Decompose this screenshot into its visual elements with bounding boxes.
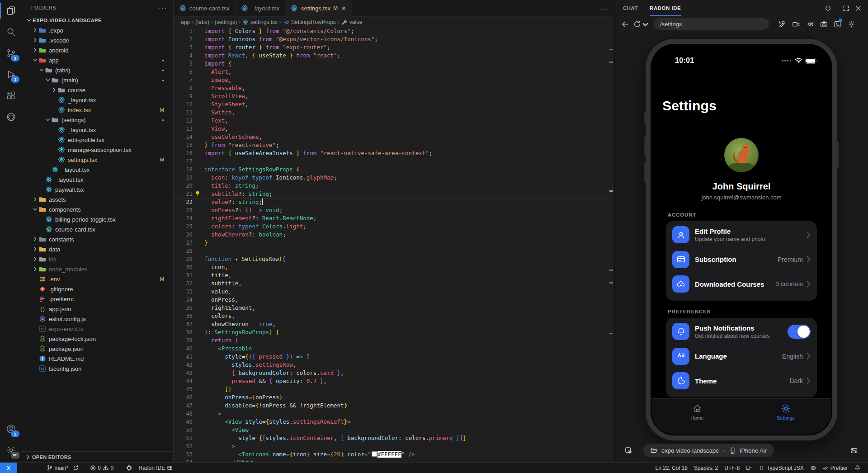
tree-item-package-lock-json[interactable]: JSpackage-lock.json — [22, 334, 173, 344]
tree-item--prettierrc[interactable]: .prettierrc — [22, 294, 173, 304]
toggle-on[interactable] — [788, 325, 811, 339]
tree-item-readme-md[interactable]: iREADME.md — [22, 354, 173, 364]
tree-item-settings-tsx[interactable]: settings.tsxM — [22, 155, 173, 165]
device-settings-icon[interactable] — [850, 447, 858, 454]
tree-item-paywall-tsx[interactable]: paywall.tsx — [22, 184, 173, 194]
source-control-activity-button[interactable]: 3 — [0, 43, 22, 64]
problems-status[interactable]: 0 0 — [87, 463, 117, 473]
settings-row-language[interactable]: LanguageEnglish — [666, 344, 817, 369]
replay-button[interactable] — [805, 19, 815, 29]
inspect-icon[interactable] — [625, 447, 632, 454]
tab-settings-tsx[interactable]: settings.tsxM✕ — [285, 0, 352, 17]
tree-item-node-modules[interactable]: node_modules — [22, 264, 173, 274]
run-debug-activity-button[interactable]: 1 — [0, 64, 22, 85]
cursor-position[interactable]: Ln 22, Col 18 — [652, 465, 691, 471]
tab-course-card-tsx[interactable]: course-card.tsx — [174, 0, 236, 16]
tree-item-app[interactable]: app● — [22, 55, 173, 65]
phone-tab-settings[interactable]: Settings — [768, 399, 803, 435]
tree-item--layout-tsx[interactable]: _layout.tsx — [22, 165, 173, 175]
tree-item-components[interactable]: components — [22, 204, 173, 214]
settings-row-subscription[interactable]: SubscriptionPremium — [666, 247, 817, 272]
encoding-status[interactable]: UTF-8 — [721, 465, 743, 471]
phone-tab-home[interactable]: Home — [679, 399, 715, 435]
tree-item-index-tsx[interactable]: index.tsxM — [22, 105, 173, 115]
tree-item--layout-tsx[interactable]: _layout.tsx — [22, 175, 173, 184]
tree-item--vscode[interactable]: .vscode — [22, 35, 173, 45]
notifications-status[interactable] — [851, 465, 864, 471]
search-activity-button[interactable] — [0, 21, 22, 43]
breadcrumb-item--settings-[interactable]: (settings) — [215, 19, 237, 25]
settings-row-edit-profile[interactable]: Edit ProfileUpdate your name and photo — [666, 222, 817, 247]
close-icon[interactable] — [855, 5, 862, 12]
tree-item-manage-subscription-tsx[interactable]: manage-subscription.tsx — [22, 145, 173, 155]
github-activity-button[interactable] — [0, 106, 22, 128]
editor-scrollbar[interactable] — [608, 16, 614, 463]
tree-item--tabs-[interactable]: (tabs)● — [22, 65, 173, 75]
git-branch-status[interactable]: main* — [43, 463, 82, 473]
route-input[interactable]: /settings — [654, 18, 769, 30]
tree-item-assets[interactable]: assets — [22, 194, 173, 204]
tab-chat[interactable]: CHAT — [623, 0, 638, 16]
reload-button[interactable] — [633, 20, 649, 28]
breadcrumb-item-settings-tsx[interactable]: settings.tsx — [242, 19, 278, 25]
tree-item--expo[interactable]: .expo — [22, 25, 173, 35]
settings-row-theme[interactable]: ThemeDark — [666, 369, 817, 393]
phone-screen[interactable]: 10:01 Settings — [651, 45, 831, 435]
dev-tools-button[interactable] — [777, 19, 787, 29]
tree-item-edit-profile-tsx[interactable]: edit-profile.tsx — [22, 135, 173, 145]
tree-item--main-[interactable]: (main)● — [22, 75, 173, 85]
tree-item-constants[interactable]: constants — [22, 234, 173, 244]
open-editors-section[interactable]: OPEN EDITORS — [22, 451, 173, 463]
tree-item--layout-tsx[interactable]: _layout.tsx — [22, 95, 173, 105]
breadcrumb-item-value[interactable]: value — [341, 19, 363, 25]
tree-item-app-json[interactable]: {}app.json — [22, 304, 173, 314]
eol-status[interactable]: LF — [743, 465, 755, 471]
tree-item--layout-tsx[interactable]: _layout.tsx — [22, 125, 173, 135]
panel-settings-button[interactable] — [847, 19, 856, 29]
tab--layout-tsx[interactable]: _layout.tsx — [236, 0, 285, 16]
tab-radon-ide[interactable]: RADON IDE — [650, 0, 681, 16]
formatter-status[interactable]: Prettier — [819, 465, 851, 471]
expand-icon[interactable] — [843, 5, 849, 12]
device-selector[interactable]: expo-video-landscape › iPhone Air — [643, 444, 774, 457]
close-tab-icon[interactable]: ✕ — [341, 5, 346, 12]
tree-item--env[interactable]: .envM — [22, 274, 173, 284]
remote-indicator[interactable] — [0, 463, 17, 473]
radon-ide-status[interactable]: Radon IDE — [136, 463, 176, 473]
language-status[interactable]: {}TypeScript JSX — [755, 465, 807, 471]
breadcrumb-item-app[interactable]: app — [181, 19, 190, 25]
settings-row-downloaded-courses[interactable]: Downloaded Courses3 courses — [666, 272, 817, 297]
screenshot-button[interactable] — [819, 19, 829, 29]
accounts-button[interactable]: 1 — [0, 418, 22, 440]
explorer-activity-button[interactable] — [0, 0, 22, 21]
copilot-status[interactable] — [807, 465, 820, 471]
avatar[interactable] — [724, 138, 759, 172]
tree-item-ios[interactable]: ios — [22, 254, 173, 264]
tree-item-eslint-config-js[interactable]: eslint.config.js — [22, 314, 173, 324]
tree-item-expo-video-landscape[interactable]: EXPO-VIDEO-LANDSCAPE — [22, 15, 173, 25]
editor-more-actions-icon[interactable]: ··· — [600, 5, 608, 12]
tree-item-tsconfig-json[interactable]: TStsconfig.json — [22, 364, 173, 374]
code-editor[interactable]: 1import { Colors } from "@/constants/Col… — [174, 27, 608, 463]
tree-item--settings-[interactable]: (settings)● — [22, 115, 173, 125]
radon-device-status[interactable] — [123, 463, 136, 473]
tree-item-android[interactable]: android — [22, 45, 173, 55]
breadcrumb-item--tabs-[interactable]: (tabs) — [195, 19, 209, 25]
extensions-activity-button[interactable] — [0, 85, 22, 106]
screen-recording-button[interactable] — [791, 19, 801, 29]
tree-item-course[interactable]: course — [22, 85, 173, 95]
debug-tools-button[interactable] — [833, 19, 842, 29]
tree-item-package-json[interactable]: JSpackage.json — [22, 344, 173, 354]
tree-item-billing-period-toggle-tsx[interactable]: billing-period-toggle.tsx — [22, 214, 173, 224]
breadcrumb-item-settingsrowprops[interactable]: SettingsRowProps — [283, 19, 336, 25]
back-icon[interactable] — [621, 20, 629, 28]
tree-item--gitignore[interactable]: .gitignore — [22, 284, 173, 294]
settings-row-push-notifications[interactable]: Push NotificationsGet notified about new… — [666, 319, 817, 344]
breadcrumb[interactable]: app›(tabs)›(settings)›settings.tsx›Setti… — [174, 17, 614, 28]
device-preview[interactable]: 10:01 Settings — [646, 39, 837, 440]
color-swatch[interactable] — [372, 451, 377, 457]
more-actions-icon[interactable]: ··· — [159, 4, 167, 12]
tree-item-expo-env-d-ts[interactable]: TSexpo-env.d.ts — [22, 324, 173, 334]
power-icon[interactable] — [825, 5, 831, 12]
tree-item-course-card-tsx[interactable]: course-card.tsx — [22, 224, 173, 234]
